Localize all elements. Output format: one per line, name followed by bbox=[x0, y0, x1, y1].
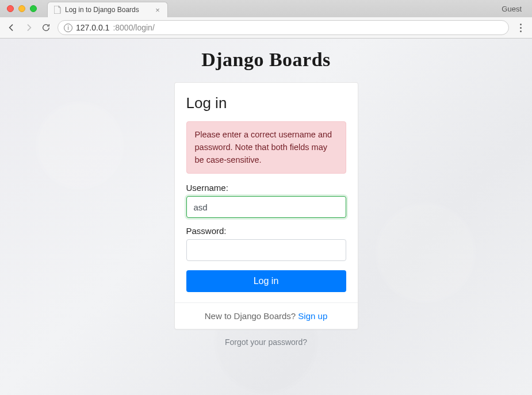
error-alert: Please enter a correct username and pass… bbox=[186, 121, 346, 174]
page-viewport: Django Boards Log in Please enter a corr… bbox=[0, 39, 532, 395]
close-window-button[interactable] bbox=[7, 5, 14, 12]
back-button[interactable] bbox=[6, 22, 17, 33]
password-input[interactable] bbox=[186, 239, 346, 261]
minimize-window-button[interactable] bbox=[18, 5, 25, 12]
site-info-icon[interactable]: i bbox=[64, 24, 72, 32]
content-column: Django Boards Log in Please enter a corr… bbox=[174, 39, 358, 347]
footer-text: New to Django Boards? bbox=[205, 311, 298, 321]
profile-label[interactable]: Guest bbox=[502, 5, 527, 13]
login-button[interactable]: Log in bbox=[186, 270, 346, 292]
window-controls bbox=[5, 5, 40, 12]
login-card: Log in Please enter a correct username a… bbox=[174, 82, 358, 329]
browser-tab[interactable]: Log in to Django Boards × bbox=[47, 2, 168, 17]
forward-button[interactable] bbox=[23, 22, 35, 33]
document-icon bbox=[53, 6, 62, 14]
username-group: Username: bbox=[186, 183, 346, 218]
password-label: Password: bbox=[186, 226, 346, 236]
card-heading: Log in bbox=[186, 94, 346, 112]
below-card: Forgot your password? bbox=[174, 338, 358, 347]
address-bar[interactable]: i 127.0.0.1:8000/login/ bbox=[58, 20, 509, 35]
browser-toolbar: i 127.0.0.1:8000/login/ bbox=[0, 17, 532, 38]
browser-menu-button[interactable] bbox=[515, 24, 526, 32]
url-host: 127.0.0.1 bbox=[76, 23, 109, 32]
username-input[interactable] bbox=[186, 196, 346, 218]
card-footer: New to Django Boards? Sign up bbox=[175, 302, 358, 329]
tab-title: Log in to Django Boards bbox=[65, 6, 150, 14]
username-label: Username: bbox=[186, 183, 346, 193]
forgot-password-link[interactable]: Forgot your password? bbox=[225, 338, 307, 347]
url-path: :8000/login/ bbox=[113, 23, 154, 32]
maximize-window-button[interactable] bbox=[30, 5, 37, 12]
close-tab-icon[interactable]: × bbox=[154, 6, 162, 14]
tab-bar: Log in to Django Boards × Guest bbox=[0, 0, 532, 17]
password-group: Password: bbox=[186, 226, 346, 261]
reload-button[interactable] bbox=[40, 22, 52, 33]
browser-chrome: Log in to Django Boards × Guest i 127.0.… bbox=[0, 0, 532, 39]
signup-link[interactable]: Sign up bbox=[298, 311, 327, 321]
brand-title: Django Boards bbox=[174, 49, 358, 71]
